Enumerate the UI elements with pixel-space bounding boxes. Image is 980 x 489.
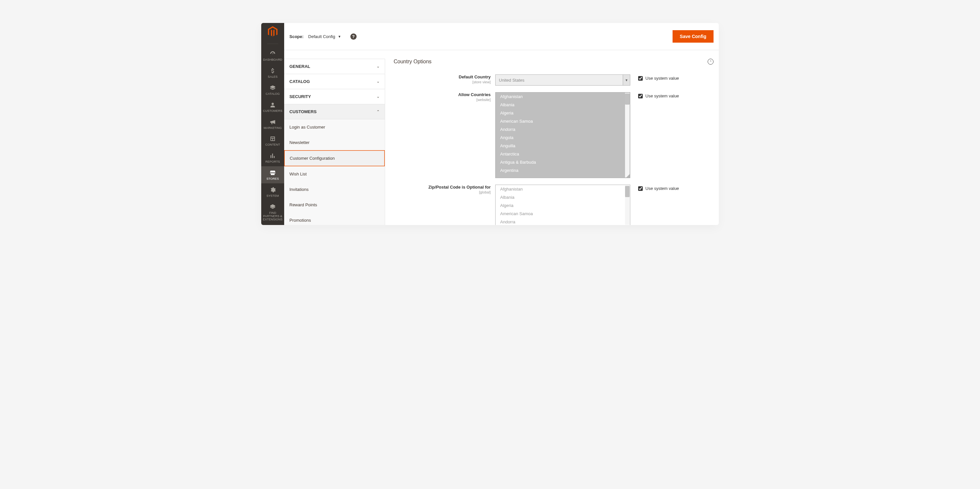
select-handle-icon: ▼	[623, 75, 630, 85]
sidebar-item-reports[interactable]: REPORTS	[261, 149, 284, 166]
use-system-checkbox[interactable]	[638, 186, 643, 191]
partners-icon	[269, 204, 276, 210]
scope-selector[interactable]: Default Config ▼	[308, 34, 341, 39]
allow-countries-multiselect[interactable]: Afghanistan Albania Algeria American Sam…	[495, 92, 630, 178]
option[interactable]: Angola	[496, 134, 630, 142]
use-system-checkbox[interactable]	[638, 76, 643, 81]
default-country-select[interactable]: United States ▼	[495, 75, 630, 86]
option[interactable]: Afghanistan	[496, 185, 630, 193]
sidebar-item-label: SALES	[267, 75, 278, 79]
tab-label: SECURITY	[290, 94, 311, 99]
save-config-button[interactable]: Save Config	[673, 30, 714, 43]
config-tabs: GENERAL ⌄ CATALOG ⌄ SECURITY ⌄ CUSTOMERS…	[284, 59, 385, 225]
sidebar-item-customers[interactable]: CUSTOMERS	[261, 99, 284, 115]
customers-icon	[269, 102, 276, 108]
subtab-wish-list[interactable]: Wish List	[284, 166, 385, 182]
sidebar-item-catalog[interactable]: CATALOG	[261, 81, 284, 99]
sidebar-item-label: CONTENT	[265, 143, 281, 147]
subtab-customer-configuration[interactable]: Customer Configuration	[284, 150, 385, 166]
sidebar-item-system[interactable]: SYSTEM	[261, 183, 284, 201]
option[interactable]: Algeria	[496, 109, 630, 117]
option[interactable]: Albania	[496, 193, 630, 201]
field-label: Allow Countries	[458, 92, 491, 97]
checkbox-label: Use system value	[645, 76, 679, 81]
dashboard-icon	[269, 51, 276, 57]
sidebar-item-content[interactable]: CONTENT	[261, 132, 284, 149]
tab-label: CUSTOMERS	[290, 109, 317, 114]
option[interactable]: Afghanistan	[496, 92, 630, 101]
use-system-value-allow-countries[interactable]: Use system value	[638, 92, 679, 99]
use-system-value-zip-optional[interactable]: Use system value	[638, 185, 679, 191]
resize-grip-icon[interactable]	[625, 173, 630, 178]
field-scope: [global]	[394, 190, 491, 194]
caret-down-icon: ▼	[338, 35, 341, 38]
sidebar-item-label: MARKETING	[263, 127, 282, 130]
collapse-section-icon[interactable]: ⌃	[708, 59, 714, 65]
sidebar-item-label: STORES	[266, 177, 280, 181]
field-label: Default Country	[459, 75, 491, 80]
scope-label: Scope:	[290, 34, 304, 39]
scrollbar-thumb[interactable]	[625, 186, 630, 197]
tab-general[interactable]: GENERAL ⌄	[284, 59, 385, 74]
scrollbar-thumb[interactable]	[625, 94, 630, 105]
option[interactable]: Antarctica	[496, 150, 630, 158]
catalog-icon	[269, 84, 276, 91]
config-header: Scope: Default Config ▼ ? Save Config	[284, 23, 719, 50]
sidebar-item-label: SYSTEM	[266, 194, 280, 198]
option[interactable]: Anguilla	[496, 142, 630, 150]
option[interactable]: American Samoa	[496, 210, 630, 218]
reports-icon	[269, 153, 276, 159]
subtab-login-as-customer[interactable]: Login as Customer	[284, 119, 385, 135]
config-content: Country Options ⌃ Default Country [store…	[394, 59, 714, 225]
scrollbar-track[interactable]	[625, 93, 630, 177]
chevron-down-icon: ⌄	[377, 64, 380, 68]
sidebar-item-label: FIND PARTNERS & EXTENSIONS	[261, 212, 284, 221]
tab-security[interactable]: SECURITY ⌄	[284, 89, 385, 104]
help-icon[interactable]: ?	[350, 33, 356, 40]
option[interactable]: Andorra	[496, 218, 630, 225]
select-value: United States	[499, 78, 524, 83]
tab-label: GENERAL	[290, 64, 310, 69]
tab-catalog[interactable]: CATALOG ⌄	[284, 74, 385, 89]
field-label: Zip/Postal Code is Optional for	[428, 185, 491, 190]
sales-icon	[269, 68, 276, 74]
sidebar-item-stores[interactable]: STORES	[261, 166, 284, 183]
option[interactable]: Antigua & Barbuda	[496, 158, 630, 166]
sidebar-item-label: CUSTOMERS	[262, 110, 283, 113]
use-system-checkbox[interactable]	[638, 94, 643, 99]
use-system-value-default-country[interactable]: Use system value	[638, 75, 679, 81]
option[interactable]: Andorra	[496, 125, 630, 134]
zip-optional-multiselect[interactable]: Afghanistan Albania Algeria American Sam…	[495, 185, 630, 225]
field-zip-optional: Zip/Postal Code is Optional for [global]…	[394, 185, 714, 225]
option[interactable]: Albania	[496, 101, 630, 109]
tab-customers[interactable]: CUSTOMERS ⌃	[284, 104, 385, 119]
sidebar-item-partners[interactable]: FIND PARTNERS & EXTENSIONS	[261, 201, 284, 224]
subtab-promotions[interactable]: Promotions	[284, 212, 385, 225]
section-header[interactable]: Country Options ⌃	[394, 59, 714, 65]
sidebar-item-dashboard[interactable]: DASHBOARD	[261, 47, 284, 64]
subtab-reward-points[interactable]: Reward Points	[284, 197, 385, 212]
option[interactable]: American Samoa	[496, 117, 630, 125]
subtab-newsletter[interactable]: Newsletter	[284, 135, 385, 150]
section-title: Country Options	[394, 59, 432, 65]
content-icon	[269, 135, 276, 142]
chevron-up-icon: ⌃	[377, 110, 380, 114]
checkbox-label: Use system value	[645, 186, 679, 191]
system-icon	[269, 186, 276, 193]
field-default-country: Default Country [store view] United Stat…	[394, 75, 714, 86]
sidebar-item-marketing[interactable]: MARKETING	[261, 115, 284, 132]
scope-value: Default Config	[308, 34, 335, 39]
chevron-down-icon: ⌄	[377, 94, 380, 99]
subtab-invitations[interactable]: Invitations	[284, 182, 385, 197]
stores-icon	[269, 170, 276, 176]
sidebar-item-label: REPORTS	[265, 160, 281, 164]
option[interactable]: Algeria	[496, 201, 630, 210]
sidebar-item-label: CATALOG	[265, 92, 280, 96]
sidebar-item-sales[interactable]: SALES	[261, 64, 284, 81]
scrollbar-track[interactable]	[625, 185, 630, 225]
chevron-down-icon: ⌄	[377, 80, 380, 84]
field-scope: [store view]	[394, 80, 491, 84]
field-scope: [website]	[394, 98, 491, 102]
option[interactable]: Argentina	[496, 166, 630, 174]
checkbox-label: Use system value	[645, 94, 679, 99]
